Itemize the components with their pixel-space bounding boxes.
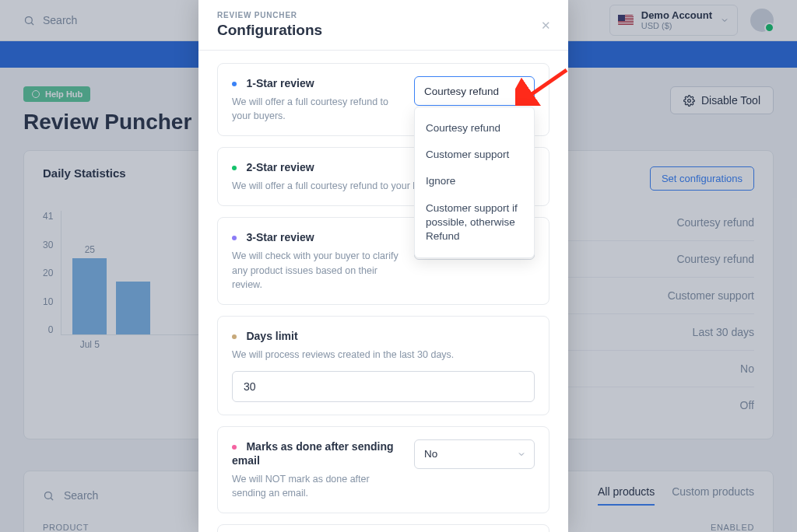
section-subtitle: We will offer a full courtesy refund to … [232, 95, 402, 123]
dropdown-option[interactable]: Customer support if possible, otherwise … [415, 195, 534, 250]
section-title: 2-Star review [246, 161, 314, 173]
chevron-down-icon [517, 86, 526, 96]
dot-icon [232, 334, 237, 339]
modal-eyebrow: REVIEW PUNCHER [217, 11, 549, 19]
configurations-modal: REVIEW PUNCHER Configurations ✕ 1-Star r… [198, 0, 568, 532]
dot-icon [232, 236, 237, 240]
dropdown-option[interactable]: Courtesy refund [415, 115, 534, 142]
dot-icon [232, 166, 237, 170]
section-marks-done: Marks as done after sending email We wil… [217, 426, 549, 513]
close-icon[interactable]: ✕ [541, 19, 551, 33]
days-limit-input[interactable] [232, 371, 535, 402]
chevron-down-icon [517, 450, 526, 459]
dot-icon [232, 445, 237, 450]
section-subtitle: We will process reviews created in the l… [232, 348, 535, 362]
modal-title: Configurations [217, 22, 549, 39]
section-daily-limit: Daily limit This will determine maximum … [217, 524, 549, 532]
section-title: 3-Star review [246, 231, 314, 243]
section-subtitle: We will check with your buyer to clarify… [232, 249, 402, 291]
select-marks-done[interactable]: No [414, 439, 535, 469]
dropdown-option[interactable]: Customer support [415, 142, 534, 168]
section-subtitle: We will NOT mark as done after sending a… [232, 472, 402, 500]
dropdown-option[interactable]: Ignore [415, 168, 534, 194]
section-1-star: 1-Star review We will offer a full court… [217, 63, 549, 136]
section-days-limit: Days limit We will process reviews creat… [217, 316, 549, 415]
select-1-star-dropdown: Courtesy refundCustomer supportIgnoreCus… [414, 107, 535, 258]
select-1-star[interactable]: Courtesy refund [414, 76, 535, 106]
section-title: 1-Star review [246, 77, 314, 89]
section-title: Days limit [246, 330, 297, 342]
section-title: Marks as done after sending email [232, 440, 394, 467]
dot-icon [232, 82, 237, 86]
